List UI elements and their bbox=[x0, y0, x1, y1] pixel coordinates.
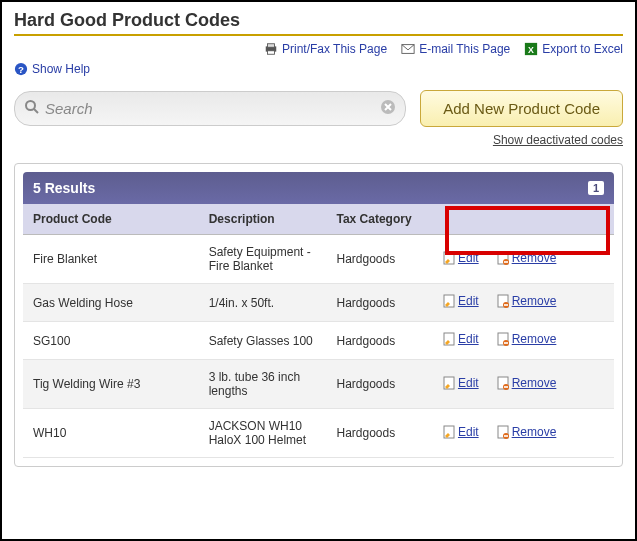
remove-icon bbox=[497, 332, 509, 346]
results-table: Product Code Description Tax Category Fi… bbox=[23, 204, 614, 458]
svg-line-9 bbox=[34, 109, 38, 113]
table-row: SG100Safety Glasses 100HardgoodsEditRemo… bbox=[23, 322, 614, 360]
edit-icon bbox=[443, 425, 455, 439]
edit-link[interactable]: Edit bbox=[443, 251, 479, 265]
email-link[interactable]: E-mail This Page bbox=[401, 42, 510, 56]
svg-rect-30 bbox=[504, 435, 508, 437]
cell-desc: JACKSON WH10 HaloX 100 Helmet bbox=[199, 409, 327, 458]
search-icon bbox=[24, 99, 40, 115]
table-row: WH10JACKSON WH10 HaloX 100 HelmetHardgoo… bbox=[23, 409, 614, 458]
remove-icon bbox=[497, 376, 509, 390]
edit-icon bbox=[443, 251, 455, 265]
edit-icon bbox=[443, 376, 455, 390]
cell-desc: 1/4in. x 50ft. bbox=[199, 284, 327, 322]
edit-link[interactable]: Edit bbox=[443, 294, 479, 308]
deactivated-link-wrap: Show deactivated codes bbox=[14, 133, 623, 147]
table-row: Gas Welding Hose1/4in. x 50ft.HardgoodsE… bbox=[23, 284, 614, 322]
cell-code: WH10 bbox=[23, 409, 199, 458]
help-label: Show Help bbox=[32, 62, 90, 76]
envelope-icon bbox=[401, 42, 415, 56]
results-count: 5 Results bbox=[33, 180, 95, 196]
excel-label: Export to Excel bbox=[542, 42, 623, 56]
edit-link[interactable]: Edit bbox=[443, 425, 479, 439]
col-product-code[interactable]: Product Code bbox=[23, 204, 199, 235]
svg-rect-1 bbox=[267, 44, 274, 48]
cell-code: Gas Welding Hose bbox=[23, 284, 199, 322]
clear-icon[interactable] bbox=[380, 99, 396, 115]
remove-icon bbox=[497, 294, 509, 308]
page-title: Hard Good Product Codes bbox=[14, 10, 623, 36]
svg-rect-26 bbox=[504, 386, 508, 388]
remove-icon bbox=[497, 251, 509, 265]
cell-actions: EditRemove bbox=[433, 235, 614, 284]
svg-rect-22 bbox=[504, 342, 508, 344]
edit-link[interactable]: Edit bbox=[443, 332, 479, 346]
cell-actions: EditRemove bbox=[433, 284, 614, 322]
cell-code: Fire Blanket bbox=[23, 235, 199, 284]
table-row: Tig Welding Wire #33 lb. tube 36 inch le… bbox=[23, 360, 614, 409]
col-description[interactable]: Description bbox=[199, 204, 327, 235]
help-link[interactable]: ? Show Help bbox=[14, 62, 90, 76]
cell-desc: Safety Glasses 100 bbox=[199, 322, 327, 360]
add-product-code-button[interactable]: Add New Product Code bbox=[420, 90, 623, 127]
remove-link[interactable]: Remove bbox=[497, 332, 557, 346]
print-label: Print/Fax This Page bbox=[282, 42, 387, 56]
results-panel: 5 Results 1 Product Code Description Tax… bbox=[14, 163, 623, 467]
page-number-badge[interactable]: 1 bbox=[588, 181, 604, 195]
svg-point-8 bbox=[26, 101, 35, 110]
remove-link[interactable]: Remove bbox=[497, 294, 557, 308]
excel-icon: X bbox=[524, 42, 538, 56]
edit-icon bbox=[443, 294, 455, 308]
svg-rect-2 bbox=[267, 51, 274, 55]
cell-tax: Hardgoods bbox=[326, 284, 432, 322]
print-link[interactable]: Print/Fax This Page bbox=[264, 42, 387, 56]
toolbar: Print/Fax This Page E-mail This Page X E… bbox=[14, 42, 623, 56]
col-actions bbox=[433, 204, 614, 235]
remove-link[interactable]: Remove bbox=[497, 425, 557, 439]
cell-desc: Safety Equipment - Fire Blanket bbox=[199, 235, 327, 284]
excel-link[interactable]: X Export to Excel bbox=[524, 42, 623, 56]
svg-rect-18 bbox=[504, 304, 508, 306]
help-icon: ? bbox=[14, 62, 28, 76]
cell-actions: EditRemove bbox=[433, 409, 614, 458]
cell-code: Tig Welding Wire #3 bbox=[23, 360, 199, 409]
results-header: 5 Results 1 bbox=[23, 172, 614, 204]
cell-actions: EditRemove bbox=[433, 360, 614, 409]
remove-link[interactable]: Remove bbox=[497, 251, 557, 265]
search-input[interactable] bbox=[14, 91, 406, 126]
col-tax-category[interactable]: Tax Category bbox=[326, 204, 432, 235]
cell-actions: EditRemove bbox=[433, 322, 614, 360]
cell-tax: Hardgoods bbox=[326, 235, 432, 284]
cell-code: SG100 bbox=[23, 322, 199, 360]
remove-link[interactable]: Remove bbox=[497, 376, 557, 390]
cell-desc: 3 lb. tube 36 inch lengths bbox=[199, 360, 327, 409]
svg-text:X: X bbox=[528, 45, 534, 55]
cell-tax: Hardgoods bbox=[326, 409, 432, 458]
remove-icon bbox=[497, 425, 509, 439]
cell-tax: Hardgoods bbox=[326, 322, 432, 360]
edit-link[interactable]: Edit bbox=[443, 376, 479, 390]
show-deactivated-link[interactable]: Show deactivated codes bbox=[493, 133, 623, 147]
table-row: Fire BlanketSafety Equipment - Fire Blan… bbox=[23, 235, 614, 284]
edit-icon bbox=[443, 332, 455, 346]
cell-tax: Hardgoods bbox=[326, 360, 432, 409]
search-wrap bbox=[14, 91, 406, 126]
svg-rect-14 bbox=[504, 261, 508, 263]
email-label: E-mail This Page bbox=[419, 42, 510, 56]
printer-icon bbox=[264, 42, 278, 56]
svg-text:?: ? bbox=[18, 64, 24, 75]
